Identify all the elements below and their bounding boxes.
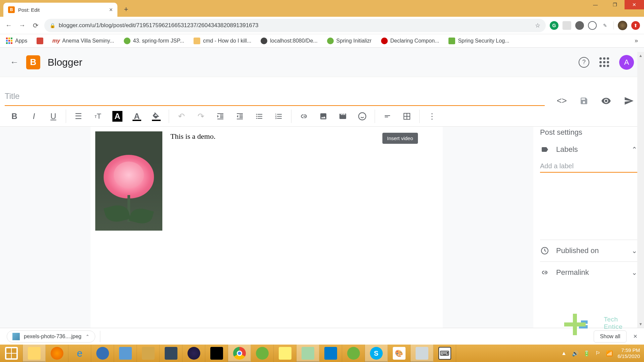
window-maximize-button[interactable]: ❐ [605, 0, 625, 9]
browser-tab[interactable]: B Post: Edit × [3, 3, 117, 17]
font-family-button[interactable]: A [108, 110, 127, 123]
taskbar-item-skype[interactable]: S [365, 345, 388, 362]
insert-table-button[interactable] [397, 110, 417, 123]
show-all-button[interactable]: Show all [594, 330, 627, 343]
extension-icon[interactable] [575, 21, 584, 30]
italic-button[interactable]: I [24, 110, 44, 123]
tab-strip: B Post: Edit × + [0, 0, 586, 17]
extension-icon[interactable] [588, 21, 597, 30]
taskbar-item-firefox[interactable] [46, 345, 68, 362]
bookmarks-bar: Apps myAnema Villa Seminy... 43. spring-… [0, 34, 644, 48]
eyedropper-extension-icon[interactable]: ✎ [601, 21, 609, 30]
tray-clock[interactable]: 7:59 PM 6/15/2020 [618, 347, 640, 359]
chevron-up-icon[interactable]: ⌃ [86, 334, 90, 339]
bookmark-item[interactable]: Declaring Compon... [381, 38, 439, 44]
more-options-button[interactable]: ⋮ [422, 110, 442, 123]
grammarly-extension-icon[interactable]: G [550, 21, 558, 30]
close-shelf-button[interactable]: × [633, 333, 637, 340]
font-size-button[interactable]: тT [88, 110, 108, 123]
insert-jumpbreak-button[interactable] [378, 110, 397, 123]
inserted-image[interactable] [95, 131, 162, 231]
insert-link-button[interactable] [294, 110, 314, 123]
bookmark-item[interactable]: Spring Security Log... [448, 38, 509, 44]
taskbar-item-eclipse[interactable] [182, 345, 205, 362]
apps-bookmark[interactable]: Apps [6, 38, 27, 44]
reload-button[interactable]: ⟳ [31, 21, 40, 30]
start-button[interactable] [0, 345, 23, 362]
battery-icon[interactable]: 🔋 [583, 350, 590, 357]
wifi-icon[interactable]: 📶 [606, 350, 613, 357]
new-tab-button[interactable]: + [120, 3, 132, 15]
taskbar-item[interactable] [137, 345, 160, 362]
taskbar-item-spring2[interactable] [342, 345, 365, 362]
permalink-section[interactable]: Permalink ⌄ [540, 261, 637, 283]
bold-button[interactable]: B [5, 110, 24, 123]
window-close-button[interactable]: ✕ [625, 0, 644, 9]
address-bar[interactable]: 🔒 blogger.com/u/1/blog/post/edit/7195175… [44, 19, 546, 32]
window-minimize-button[interactable]: — [586, 0, 605, 9]
taskbar-item-explorer[interactable] [23, 345, 46, 362]
underline-button[interactable]: U [44, 110, 63, 123]
add-label-input[interactable] [540, 160, 637, 173]
scroll-up-arrow-icon[interactable]: ▲ [637, 52, 644, 59]
taskbar-item-paint[interactable]: 🎨 [388, 345, 411, 362]
taskbar-item-cmd[interactable] [205, 345, 228, 362]
labels-section[interactable]: Labels ⌃ [540, 145, 637, 160]
publish-button[interactable] [624, 96, 634, 106]
outdent-button[interactable] [230, 110, 250, 123]
bookmark-item[interactable]: myAnema Villa Seminy... [53, 38, 114, 44]
forward-button[interactable]: → [17, 21, 27, 30]
save-button[interactable] [580, 97, 588, 105]
content-text[interactable]: This is a demo. [170, 131, 215, 141]
account-avatar[interactable]: A [619, 55, 634, 70]
insert-video-button[interactable] [333, 110, 353, 123]
taskbar-item-thunderbird[interactable] [91, 345, 114, 362]
download-item[interactable]: pexels-photo-736....jpeg ⌃ [7, 330, 95, 343]
vertical-scrollbar[interactable]: ▲ ▼ [637, 52, 644, 328]
taskbar-item-notes[interactable] [274, 345, 297, 362]
highlight-color-button[interactable] [147, 110, 166, 123]
redo-button[interactable]: ↷ [191, 110, 211, 123]
insert-emoji-button[interactable] [353, 110, 372, 123]
toggle-html-button[interactable]: <> [557, 96, 567, 106]
bookmarks-overflow-button[interactable]: » [635, 37, 638, 44]
taskbar-item-ie[interactable]: e [68, 345, 91, 362]
taskbar-item-notepadpp[interactable] [297, 345, 319, 362]
bookmark-item[interactable]: 43. spring-form JSP... [124, 38, 184, 44]
back-arrow-button[interactable]: ← [10, 57, 19, 67]
taskbar-item-notepad[interactable] [411, 345, 433, 362]
published-section[interactable]: Published on ⌄ [540, 240, 637, 261]
google-apps-button[interactable] [599, 57, 609, 67]
bullet-list-button[interactable] [250, 110, 269, 123]
extension-icon[interactable] [562, 21, 571, 30]
help-button[interactable]: ? [579, 57, 589, 68]
bookmark-item[interactable]: localhost:8080/De... [261, 38, 317, 44]
bookmark-item[interactable]: cmd - How do I kill... [194, 38, 251, 44]
preview-button[interactable] [601, 96, 611, 106]
format-paragraph-button[interactable]: ☰ [69, 110, 88, 123]
tray-overflow-icon[interactable]: ▲ [560, 350, 567, 357]
text-color-button[interactable]: A [127, 110, 147, 123]
bookmark-star-icon[interactable]: ☆ [535, 22, 540, 29]
back-button[interactable]: ← [4, 21, 13, 30]
undo-button[interactable]: ↶ [172, 110, 191, 123]
scroll-down-arrow-icon[interactable]: ▼ [637, 320, 644, 328]
volume-icon[interactable]: 🔊 [572, 350, 579, 357]
flag-icon[interactable]: 🏳 [595, 350, 601, 357]
indent-button[interactable] [211, 110, 230, 123]
profile-avatar-icon[interactable] [618, 21, 627, 30]
post-title-input[interactable] [5, 87, 545, 106]
taskbar-item[interactable] [114, 345, 137, 362]
editor-canvas[interactable]: This is a demo. [91, 127, 443, 328]
taskbar-item-spring[interactable] [251, 345, 274, 362]
numbered-list-button[interactable] [269, 110, 288, 123]
tab-close-icon[interactable]: × [109, 6, 113, 13]
update-alert-icon[interactable]: ⬆ [631, 21, 640, 30]
insert-image-button[interactable] [314, 110, 333, 123]
taskbar-item-chrome[interactable] [228, 345, 251, 362]
taskbar-item-keyboard[interactable]: ⌨ [433, 345, 456, 362]
bookmark-item[interactable] [37, 38, 43, 44]
taskbar-item-vscode[interactable] [319, 345, 342, 362]
bookmark-item[interactable]: Spring Initializr [327, 38, 372, 44]
taskbar-item-putty[interactable] [160, 345, 182, 362]
